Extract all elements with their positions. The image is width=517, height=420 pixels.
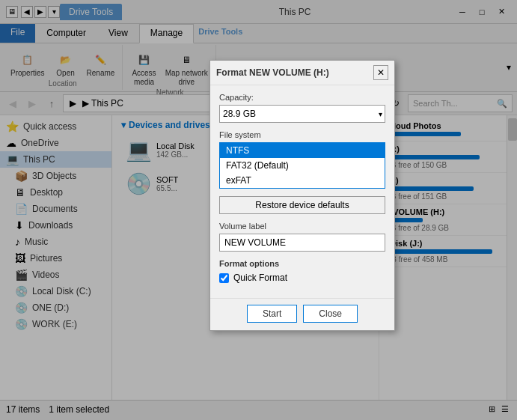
start-btn[interactable]: Start [247,305,297,323]
filesystem-label: File system [219,130,385,139]
quick-format-checkbox[interactable] [219,273,229,283]
filesystem-dropdown: NTFS FAT32 (Default) exFAT [219,142,385,189]
modal-title-bar: Format NEW VOLUME (H:) ✕ [210,61,394,85]
volume-label-label: Volume label [219,222,385,231]
close-dialog-btn[interactable]: Close [303,305,358,323]
format-options-label: Format options [219,259,385,268]
capacity-select-wrapper: 28.9 GB ▾ [219,105,385,123]
capacity-label: Capacity: [219,93,385,102]
format-dialog: Format NEW VOLUME (H:) ✕ Capacity: 28.9 … [209,60,395,331]
capacity-select[interactable]: 28.9 GB [219,105,385,123]
modal-title: Format NEW VOLUME (H:) [216,67,373,78]
restore-defaults-btn[interactable]: Restore device defaults [219,196,385,214]
quick-format-label: Quick Format [233,273,287,283]
modal-body: Capacity: 28.9 GB ▾ File system NTFS FAT… [210,85,394,298]
fs-option-exfat[interactable]: exFAT [220,173,385,188]
fs-option-fat32[interactable]: FAT32 (Default) [220,158,385,173]
fs-option-ntfs[interactable]: NTFS [220,143,385,158]
modal-close-btn[interactable]: ✕ [373,65,388,80]
quick-format-checkbox-row: Quick Format [219,273,385,283]
volume-label-input[interactable] [219,234,385,252]
modal-footer: Start Close [210,298,394,330]
